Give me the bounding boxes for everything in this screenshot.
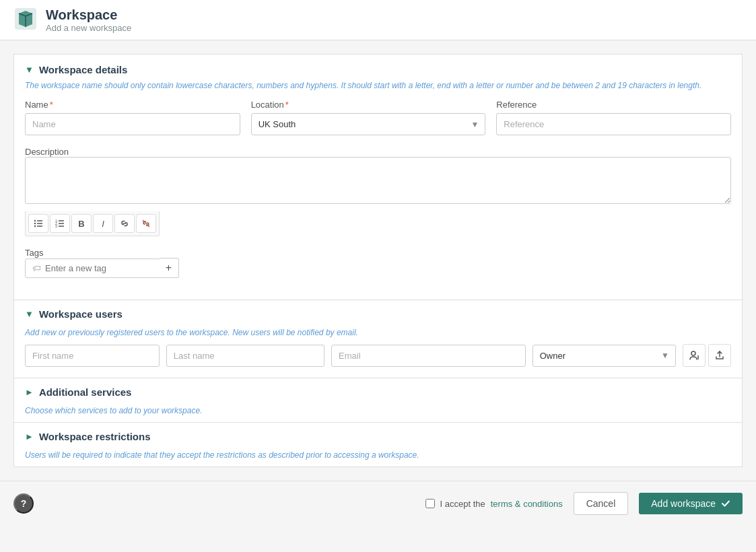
page-header: Workspace Add a new workspace xyxy=(0,0,756,40)
workspace-details-header[interactable]: ▼ Workspace details xyxy=(14,55,742,81)
location-group: Location* UK South UK North US East US W… xyxy=(251,100,486,135)
terms-checkbox[interactable] xyxy=(425,499,435,508)
role-select[interactable]: Owner Editor Viewer xyxy=(532,345,676,367)
add-workspace-label: Add workspace xyxy=(651,498,716,509)
location-label: Location* xyxy=(251,100,486,110)
reference-group: Reference xyxy=(496,100,731,135)
description-textarea[interactable] xyxy=(25,157,731,204)
location-select-wrapper: UK South UK North US East US West EU Wes… xyxy=(251,113,486,135)
first-name-input[interactable] xyxy=(25,345,160,367)
location-select[interactable]: UK South UK North US East US West EU Wes… xyxy=(251,113,486,135)
workspace-details-title: Workspace details xyxy=(39,64,127,75)
workspace-icon xyxy=(13,7,38,33)
help-button[interactable]: ? xyxy=(13,493,34,514)
description-label: Description xyxy=(25,147,69,157)
italic-button[interactable]: I xyxy=(93,214,113,233)
restrictions-chevron-right-icon: ► xyxy=(25,432,34,442)
svg-point-3 xyxy=(34,223,36,224)
user-action-buttons xyxy=(683,344,731,367)
reference-label: Reference xyxy=(496,100,731,110)
add-workspace-button[interactable]: Add workspace xyxy=(639,493,743,514)
page-subtitle: Add a new workspace xyxy=(46,23,131,33)
bold-button[interactable]: B xyxy=(71,214,92,233)
unordered-list-button[interactable] xyxy=(28,214,48,233)
tags-label: Tags xyxy=(25,248,43,258)
footer-right: I accept the terms & conditions Cancel A… xyxy=(425,492,743,515)
users-chevron-down-icon: ▼ xyxy=(25,309,34,319)
ordered-list-button[interactable]: 1. 2. 3. xyxy=(50,214,70,233)
unlink-button[interactable] xyxy=(136,214,156,233)
last-name-input[interactable] xyxy=(166,345,324,367)
terms-row: I accept the terms & conditions xyxy=(425,499,563,509)
tags-input-wrapper: 🏷 xyxy=(25,258,160,278)
additional-services-section: ► Additional services Choose which servi… xyxy=(13,378,743,423)
name-location-reference-row: Name* Location* UK South UK North US Eas… xyxy=(25,100,731,135)
tag-add-button[interactable]: + xyxy=(159,258,179,278)
header-text: Workspace Add a new workspace xyxy=(46,7,131,33)
workspace-details-body: Name* Location* UK South UK North US Eas… xyxy=(14,100,742,300)
add-user-button[interactable] xyxy=(683,344,706,367)
editor-toolbar: 1. 2. 3. B I xyxy=(25,211,160,236)
svg-text:3.: 3. xyxy=(55,224,58,228)
tag-icon: 🏷 xyxy=(32,263,41,273)
name-group: Name* xyxy=(25,100,240,135)
cancel-button[interactable]: Cancel xyxy=(574,492,629,515)
workspace-details-section: ▼ Workspace details The workspace name s… xyxy=(13,54,743,300)
chevron-down-icon: ▼ xyxy=(25,65,34,75)
description-group: Description xyxy=(25,146,731,206)
workspace-users-title: Workspace users xyxy=(39,308,123,320)
upload-users-button[interactable] xyxy=(708,344,731,367)
workspace-restrictions-description: Users will be required to indicate that … xyxy=(14,450,742,467)
additional-services-title: Additional services xyxy=(39,386,132,398)
name-input[interactable] xyxy=(25,113,240,135)
additional-services-header[interactable]: ► Additional services xyxy=(14,378,742,406)
location-required: * xyxy=(285,100,289,110)
workspace-restrictions-section: ► Workspace restrictions Users will be r… xyxy=(13,423,743,467)
reference-input[interactable] xyxy=(496,113,731,135)
workspace-restrictions-title: Workspace restrictions xyxy=(39,431,151,442)
role-select-wrapper: Owner Editor Viewer ▼ xyxy=(532,345,676,367)
page-title: Workspace xyxy=(46,7,131,23)
main-content: ▼ Workspace details The workspace name s… xyxy=(0,40,756,481)
workspace-users-header[interactable]: ▼ Workspace users xyxy=(14,300,742,328)
page-footer: ? I accept the terms & conditions Cancel… xyxy=(0,481,756,526)
terms-text: I accept the xyxy=(440,499,485,509)
email-input[interactable] xyxy=(331,345,526,367)
workspace-users-description: Add new or previously registered users t… xyxy=(14,328,742,344)
workspace-details-description: The workspace name should only contain l… xyxy=(14,81,742,100)
link-button[interactable] xyxy=(114,214,135,233)
services-chevron-right-icon: ► xyxy=(25,387,34,397)
additional-services-description: Choose which services to add to your wor… xyxy=(14,406,742,422)
workspace-restrictions-header[interactable]: ► Workspace restrictions xyxy=(14,423,742,450)
svg-point-5 xyxy=(34,226,36,227)
tags-group: Tags 🏷 + xyxy=(25,247,731,278)
svg-point-1 xyxy=(34,220,36,221)
name-required: * xyxy=(50,100,53,110)
users-form-row: Owner Editor Viewer ▼ xyxy=(14,344,742,378)
tag-input[interactable] xyxy=(45,263,139,273)
terms-link[interactable]: terms & conditions xyxy=(491,499,563,509)
tags-input-row: 🏷 + xyxy=(25,258,731,278)
checkmark-icon xyxy=(721,499,730,508)
workspace-users-section: ▼ Workspace users Add new or previously … xyxy=(13,300,743,378)
svg-point-15 xyxy=(691,351,695,355)
name-label: Name* xyxy=(25,100,240,110)
